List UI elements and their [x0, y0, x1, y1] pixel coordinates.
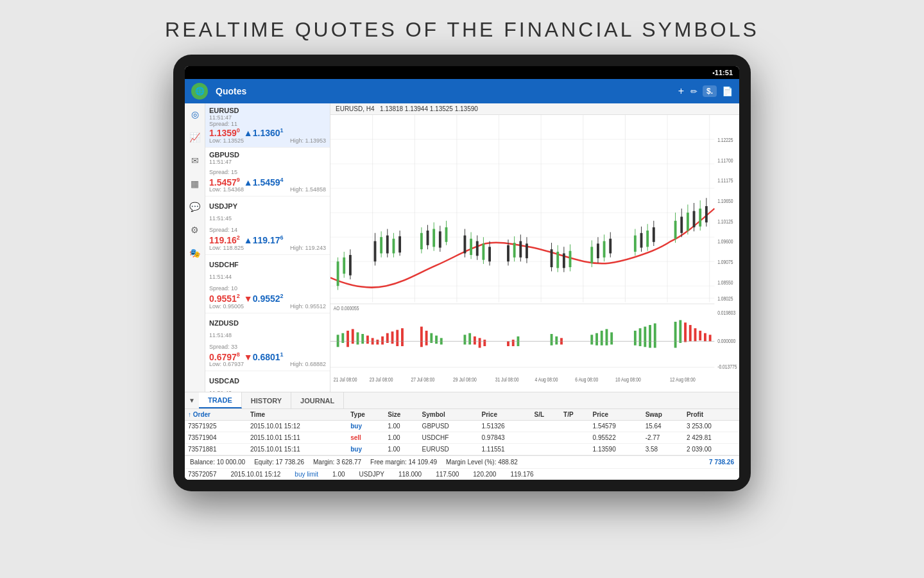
- sidebar-chart-icon[interactable]: 📈: [188, 130, 202, 144]
- quote-item-gbpusd[interactable]: GBPUSD 11:51:47 Spread: 15 1.54579 ▲1.54…: [205, 148, 330, 197]
- svg-text:1.11175: 1.11175: [717, 177, 733, 184]
- svg-text:1.09075: 1.09075: [717, 259, 733, 265]
- chart-header: EURUSD, H4 1.13818 1.13944 1.13525 1.135…: [330, 103, 739, 115]
- svg-text:-0.013775: -0.013775: [717, 364, 737, 371]
- nav-right-icons: $. 📄: [703, 85, 733, 97]
- trade-footer: Balance: 10 000.00 Equity: 17 738.26 Mar…: [185, 455, 739, 468]
- svg-text:12 Aug 08:00: 12 Aug 08:00: [670, 376, 696, 383]
- svg-rect-112: [346, 331, 349, 347]
- svg-rect-130: [468, 333, 471, 345]
- sidebar-chat-icon[interactable]: 💬: [188, 200, 202, 214]
- spread-eurusd: Spread: 11: [209, 121, 237, 127]
- svg-rect-156: [704, 333, 706, 342]
- svg-rect-150: [674, 322, 677, 348]
- profit-total: 7 738.26: [709, 459, 734, 466]
- svg-rect-146: [639, 328, 642, 346]
- sidebar-settings-icon[interactable]: ⚙: [188, 223, 202, 237]
- svg-rect-137: [551, 334, 553, 346]
- sidebar-mail-icon[interactable]: ✉: [188, 153, 202, 168]
- svg-text:27 Jul 08:00: 27 Jul 08:00: [411, 376, 434, 383]
- edit-button[interactable]: ✏: [690, 87, 697, 96]
- tab-journal[interactable]: JOURNAL: [291, 392, 344, 408]
- svg-text:1.10125: 1.10125: [717, 218, 733, 225]
- svg-rect-124: [420, 327, 423, 347]
- chart-area: EURUSD, H4 1.13818 1.13944 1.13525 1.135…: [330, 103, 739, 392]
- svg-rect-154: [694, 328, 697, 341]
- svg-rect-118: [376, 340, 379, 345]
- svg-text:6 Aug 08:00: 6 Aug 08:00: [575, 376, 599, 383]
- document-button[interactable]: 📄: [722, 86, 733, 96]
- svg-rect-145: [634, 331, 637, 346]
- symbol-eurusd: EURUSD: [209, 107, 239, 114]
- time-eurusd: 11:51:47: [209, 114, 232, 121]
- quote-item-usdcad[interactable]: USDCAD 11:51:42 Spread: 19 1.28975 ▲1.28…: [205, 371, 330, 392]
- svg-text:1.08550: 1.08550: [717, 279, 733, 286]
- bottom-tabs: ▼ TRADE HISTORY JOURNAL: [185, 392, 739, 408]
- svg-rect-0: [330, 115, 739, 392]
- svg-rect-148: [649, 325, 651, 347]
- svg-text:1.09600: 1.09600: [717, 238, 733, 245]
- col-type[interactable]: Type: [347, 409, 384, 421]
- table-row: 73571881 2015.10.01 15:11 buy 1.00 EURUS…: [185, 444, 739, 455]
- svg-rect-133: [483, 340, 486, 346]
- svg-text:0.019803: 0.019803: [717, 310, 736, 316]
- svg-rect-122: [396, 330, 398, 346]
- sidebar-info-icon[interactable]: 🎭: [188, 246, 202, 260]
- quote-item-eurusd[interactable]: EURUSD 11:51:47 Spread: 11 1.13590 ▲1.13…: [205, 103, 330, 148]
- tab-history[interactable]: HISTORY: [242, 392, 291, 408]
- tabs-arrow[interactable]: ▼: [185, 397, 199, 404]
- quote-item-usdjpy[interactable]: USDJPY 11:51:45 Spread: 14 119.162 ▲119.…: [205, 197, 330, 255]
- tablet-screen: ▪ 11:51 🌐 Quotes + ✏ $. 📄 ◎ 📈 ✉: [185, 66, 739, 480]
- svg-rect-135: [512, 340, 515, 346]
- trade-last-row: 73572057 2015.10.01 15:12 buy limit 1.00…: [185, 468, 739, 480]
- col-swap[interactable]: Swap: [642, 409, 683, 421]
- status-time: 11:51: [715, 69, 733, 76]
- tab-trade[interactable]: TRADE: [199, 392, 242, 408]
- svg-rect-149: [654, 324, 656, 348]
- col-order[interactable]: ↑ Order: [185, 409, 247, 421]
- status-bar: ▪ 11:51: [185, 66, 739, 79]
- table-row: 73571904 2015.10.01 15:11 sell 1.00 USDC…: [185, 432, 739, 444]
- svg-text:1.12225: 1.12225: [717, 137, 733, 143]
- tablet-device: ▪ 11:51 🌐 Quotes + ✏ $. 📄 ◎ 📈 ✉: [173, 55, 751, 491]
- currency-button[interactable]: $.: [703, 85, 717, 97]
- sidebar-grid-icon[interactable]: ▦: [188, 177, 202, 191]
- svg-rect-138: [555, 337, 558, 345]
- svg-rect-134: [507, 341, 509, 346]
- add-button[interactable]: +: [678, 85, 684, 97]
- margin-level-label: Margin Level (%): 488.82: [446, 459, 518, 466]
- margin-label: Margin: 3 628.77: [313, 459, 361, 466]
- quote-item-nzdusd[interactable]: NZDUSD 11:51:48 Spread: 33 0.67978 ▼0.68…: [205, 313, 330, 372]
- svg-rect-114: [357, 332, 359, 344]
- free-margin-label: Free margin: 14 109.49: [370, 459, 437, 466]
- svg-text:23 Jul 08:00: 23 Jul 08:00: [370, 376, 393, 383]
- svg-text:AO 0.000055: AO 0.000055: [334, 305, 359, 311]
- col-sl[interactable]: S/L: [531, 409, 560, 421]
- balance-label: Balance: 10 000.00: [190, 459, 245, 466]
- svg-rect-143: [606, 329, 608, 345]
- main-content: ◎ 📈 ✉ ▦ 💬 ⚙ 🎭 EURUSD 11:51:47: [185, 103, 739, 392]
- col-symbol[interactable]: Symbol: [419, 409, 479, 421]
- col-profit[interactable]: Profit: [683, 409, 739, 421]
- svg-text:1.08025: 1.08025: [717, 295, 733, 302]
- svg-text:21 Jul 08:00: 21 Jul 08:00: [334, 376, 357, 383]
- svg-rect-131: [474, 337, 476, 345]
- svg-rect-116: [366, 336, 369, 344]
- equity-label: Equity: 17 738.26: [254, 459, 304, 466]
- svg-rect-121: [391, 331, 394, 344]
- svg-rect-132: [479, 338, 481, 347]
- svg-rect-110: [337, 335, 339, 347]
- svg-rect-144: [610, 332, 613, 344]
- col-time[interactable]: Time: [247, 409, 347, 421]
- svg-rect-140: [590, 335, 593, 344]
- quote-item-usdchf[interactable]: USDCHF 11:51:44 Spread: 10 0.95512 ▼0.95…: [205, 255, 330, 313]
- svg-text:31 Jul 08:00: 31 Jul 08:00: [495, 376, 519, 383]
- col-tp[interactable]: T/P: [560, 409, 589, 421]
- col-price2[interactable]: Price: [590, 409, 642, 421]
- col-size[interactable]: Size: [384, 409, 418, 421]
- sidebar-quotes-icon[interactable]: ◎: [188, 107, 202, 121]
- svg-text:1.11700: 1.11700: [717, 157, 733, 164]
- col-price[interactable]: Price: [479, 409, 531, 421]
- svg-rect-151: [679, 320, 681, 342]
- quotes-panel: EURUSD 11:51:47 Spread: 11 1.13590 ▲1.13…: [205, 103, 330, 392]
